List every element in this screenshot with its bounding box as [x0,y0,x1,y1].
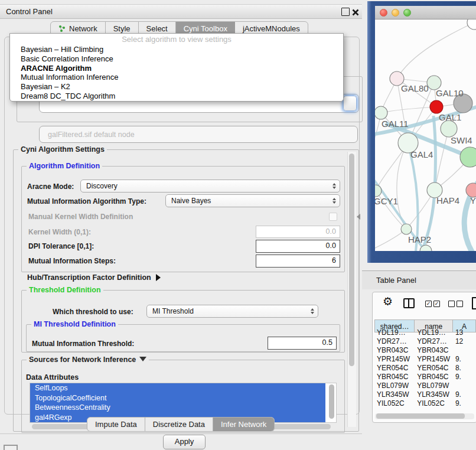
table-cell: 9. [453,355,476,364]
unchecked-checkbox-icon[interactable] [457,301,463,307]
gear-icon[interactable]: ⚙ [383,295,393,308]
network-node-gcy1[interactable] [375,185,382,197]
tab-impute-data[interactable]: Impute Data [87,418,145,431]
attribute-list-item[interactable]: SelfLoops [30,383,325,393]
columns-icon[interactable] [403,298,415,308]
table-cell: YBL079W [374,381,415,390]
kernel-width-field[interactable]: 0.0 [256,226,340,238]
collapsed-arrow-icon [156,274,161,281]
attribute-list-item[interactable]: BetweennessCentrality [30,403,325,413]
table-row[interactable]: YBR043CYBR043C [374,346,476,355]
mi-steps-field[interactable]: 6 [256,255,340,268]
table-data-combo[interactable]: galFiltered.sif default node [39,126,358,143]
dropdown-item[interactable]: Basic Correlation Inference [10,54,343,64]
checked-checkbox-icon[interactable]: ✓ [433,301,440,307]
table-header-row: shared…nameA [374,319,476,328]
table-cell: YBR043C [415,346,453,355]
network-icon [58,25,66,32]
dropdown-item[interactable]: Dream8 DC_TDC Algorithm [10,92,343,101]
dropdown-item[interactable]: ARACNE Algorithm [10,64,343,73]
combo-stepper-icon[interactable] [343,96,357,111]
table-panel-bar: Table Panel [362,270,476,289]
table-row[interactable]: YBR045CYBR045C9. [374,373,476,381]
which-threshold-value: MI Threshold [152,307,194,315]
scrollbar-thumb[interactable] [349,154,354,366]
node-label: Y [470,195,476,206]
network-node-swi4[interactable] [441,120,457,137]
table-row[interactable]: YBL079WYBL079W [374,381,476,390]
network-graph: GAL80GAL10GAL1GAL11SWI4GAL4GCY1HAP4YHAP2 [375,19,476,251]
control-panel: Control Panel NetworkStyleSelectCyni Too… [0,0,362,434]
hub-definition-toggle[interactable]: Hub/Transcription Factor Definition [27,273,161,282]
network-node-gal1[interactable] [430,100,443,113]
scrollbar-thumb[interactable] [329,384,334,419]
group-title: Algorithm Definition [27,162,102,170]
minimize-traffic-light-icon[interactable] [392,9,399,17]
dpi-tolerance-field[interactable]: 0.0 [256,240,340,253]
float-window-icon[interactable] [341,8,350,16]
new-table-icon[interactable] [472,297,476,309]
table-cell: YBR043C [374,346,415,355]
list-scrollbar[interactable] [328,383,335,421]
dropdown-item[interactable]: Bayesian – Hill Climbing [10,45,343,54]
table-cell [453,381,476,390]
dropdown-item[interactable]: Mutual Information Inference [10,73,343,82]
table-cell: 13 [453,328,476,337]
network-edge[interactable] [381,107,436,113]
apply-button[interactable]: Apply [163,435,206,449]
network-node-gal11[interactable] [375,106,387,119]
table-hscrollbar[interactable] [375,413,474,419]
mi-type-combo[interactable]: Naive Bayes [165,194,340,207]
table-row[interactable]: YIL052CYIL052C9. [374,399,476,408]
table-cell: 9. [453,399,476,408]
which-threshold-combo[interactable]: MI Threshold [146,305,318,318]
table-row[interactable]: YLR345WYLR345W9. [374,390,476,399]
table-panel-title: Table Panel [376,276,416,285]
network-node[interactable] [467,19,476,30]
tab-infer-network[interactable]: Infer Network [213,418,274,431]
table-cell: YBL079W [415,381,453,390]
minimized-panel-icon[interactable] [4,445,18,450]
scrollbar-thumb[interactable] [376,413,465,419]
tab-label: jActiveMNodules [243,24,300,33]
table-row[interactable]: YDL19…YDL19…13 [374,328,476,337]
aracne-mode-label: Aracne Mode: [27,182,74,191]
table-row[interactable]: YER054CYER054C8. [374,364,476,373]
table-cell: YIL052C [415,399,453,408]
group-title: Threshold Definition [27,286,103,294]
mi-threshold-field[interactable]: 0.5 [268,337,337,350]
zoom-traffic-light-icon[interactable] [403,9,411,17]
node-label: SWI4 [451,135,472,145]
splitter-collapse-icon[interactable] [357,214,360,220]
mi-type-label: Mutual Information Algorithm Type: [27,197,146,206]
checked-checkbox-icon[interactable]: ✓ [425,301,432,307]
tab-label: Style [113,24,131,33]
table-panel-card: ⚙ ✓ ✓ shared…nameA YDL19…YDL19…13YDR27…Y… [372,292,476,423]
sources-toggle[interactable]: Sources for Network Inference [27,356,149,364]
network-window-titlebar[interactable] [375,6,476,19]
node-label: GAL4 [410,149,433,159]
table-cell: 8. [453,364,476,373]
network-canvas[interactable]: GAL80GAL10GAL1GAL11SWI4GAL4GCY1HAP4YHAP2 [375,19,476,251]
unchecked-checkbox-icon[interactable] [448,301,455,307]
tab-discretize-data[interactable]: Discretize Data [145,418,213,431]
network-node[interactable] [460,147,476,167]
table-cell: 12 [453,337,476,346]
data-attributes-label: Data Attributes [26,373,79,381]
attribute-list-item[interactable]: TopologicalCoefficient [30,393,325,403]
settings-scrollbar[interactable] [347,152,356,427]
table-cell: YLR345W [415,390,453,399]
network-edge[interactable] [397,22,474,79]
table-cell: YLR345W [374,390,415,399]
network-node-hap2[interactable] [401,224,412,234]
aracne-mode-combo[interactable]: Discovery [80,180,340,193]
table-row[interactable]: YDR27…YDR27…12 [374,337,476,346]
table-row[interactable]: YPR145WYPR145W9. [374,355,476,364]
close-traffic-light-icon[interactable] [380,9,387,17]
dropdown-item[interactable]: Bayesian – K2 [10,82,343,92]
manual-kernel-checkbox[interactable] [329,213,337,221]
mi-threshold-label: Mutual Information Threshold: [32,340,134,348]
table-cell: 9. [453,373,476,381]
close-icon[interactable] [352,8,359,15]
mi-type-value: Naive Bayes [171,197,211,205]
